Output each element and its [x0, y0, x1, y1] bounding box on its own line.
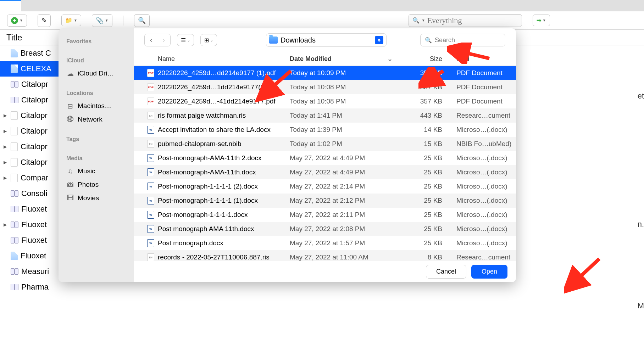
sidebar-item-photos[interactable]: 📷︎ Photos: [59, 178, 134, 191]
file-size: 443 KB: [400, 112, 453, 119]
library-item-label: Breast C: [21, 49, 51, 58]
sidebar-item-network[interactable]: 🌐︎ Network: [59, 113, 134, 126]
location-toggle-icon: [375, 36, 383, 44]
wand-button[interactable]: ✎: [38, 14, 51, 27]
library-item[interactable]: ▶Citalopr: [0, 139, 59, 155]
file-row[interactable]: ENrecords - 2022-05-27T110006.887.risMay…: [134, 250, 516, 261]
file-size: 15 KB: [400, 140, 453, 148]
annotation-arrow-1: [255, 67, 298, 103]
location-picker[interactable]: Downloads: [266, 33, 387, 47]
docx-file-icon: W: [147, 197, 154, 204]
active-tab[interactable]: [0, 0, 21, 11]
file-row[interactable]: WPost-monograph-1-1-1-1.docxMay 27, 2022…: [134, 208, 516, 222]
file-row[interactable]: WPost-monograph-AMA-11th.docxMay 27, 202…: [134, 165, 516, 179]
file-row[interactable]: PDF20220226_4259d…-41dd214e9177.pdfToday…: [134, 94, 516, 108]
library-item-label: Fluoxet: [21, 251, 46, 260]
file-kind: Researc…cument: [453, 253, 516, 261]
file-icon: [11, 142, 18, 151]
library-item[interactable]: Fluoxet: [0, 248, 59, 264]
file-row[interactable]: WPost-monograph-1-1-1-1 (2).docxMay 27, …: [134, 179, 516, 194]
library-item[interactable]: Breast C: [0, 45, 59, 61]
file-row[interactable]: ENpubmed-citalopram-set.nbibToday at 1:0…: [134, 137, 516, 151]
library-item[interactable]: CELEXA: [0, 61, 59, 77]
annotation-arrow-4: [564, 255, 606, 294]
cancel-button[interactable]: Cancel: [426, 265, 466, 279]
expand-arrow-icon: ▶: [4, 222, 8, 227]
library-item[interactable]: ▶Citalopr: [0, 155, 59, 170]
file-row[interactable]: PDF20220226_4259d…1dd214e9177(1).pdfToda…: [134, 80, 516, 94]
dialog-footer: Cancel Open: [134, 261, 516, 282]
file-list[interactable]: PDF20220226_4259d…dd214e9177 (1).pdfToda…: [134, 66, 516, 261]
library-item-label: Citalopr: [21, 142, 48, 151]
library-item[interactable]: ▶Citalopr: [0, 108, 59, 123]
library-item[interactable]: Citalopr: [0, 92, 59, 108]
arrow-right-icon: ➡: [537, 17, 541, 24]
file-row[interactable]: WAccept invitation to share the LA.docxT…: [134, 123, 516, 137]
library-item[interactable]: Citalopr: [0, 77, 59, 92]
library-item-label: Citalopr: [21, 127, 48, 136]
folder-button[interactable]: 📁 ▼: [61, 15, 81, 26]
file-name: ris format paige watchman.ris: [158, 112, 246, 119]
svg-line-5: [452, 50, 489, 58]
file-open-dialog: Favorites iCloud ☁ iCloud Dri… Locations…: [59, 28, 516, 282]
file-kind: Microso…(.docx): [453, 197, 516, 204]
file-row[interactable]: WPost-monograph-AMA-11th 2.docxMay 27, 2…: [134, 151, 516, 165]
book-icon: [11, 237, 18, 243]
library-item[interactable]: ▶Citalopr: [0, 123, 59, 139]
docx-file-icon: W: [147, 183, 154, 190]
dialog-main: ‹ › ☰ ⌄ ⊞ ⌄ Downloads 🔍 Name: [134, 28, 516, 282]
forward-button[interactable]: ➡ ▼: [533, 15, 550, 26]
pdf-file-icon: PDF: [147, 83, 154, 91]
library-item-label: Consoli: [21, 189, 47, 198]
lens-button[interactable]: 🔍: [134, 14, 150, 27]
file-icon: [11, 111, 18, 120]
search-icon: 🔍: [412, 17, 420, 24]
sidebar-item-icloud-drive[interactable]: ☁ iCloud Dri…: [59, 67, 134, 80]
attach-button[interactable]: 📎 ▼: [92, 14, 112, 27]
search-input[interactable]: [427, 16, 521, 25]
add-button[interactable]: + ▼: [7, 15, 27, 27]
column-date[interactable]: Date Modified ⌄: [290, 55, 400, 63]
file-name: pubmed-citalopram-set.nbib: [158, 140, 242, 148]
file-size: 25 KB: [400, 154, 453, 162]
docx-file-icon: W: [147, 225, 154, 233]
book-icon: [11, 268, 18, 275]
global-search[interactable]: 🔍 ▼: [409, 14, 522, 27]
docx-file-icon: W: [147, 168, 154, 176]
cutoff-text-et: et: [638, 91, 644, 101]
library-item[interactable]: ▶Compar: [0, 170, 59, 186]
library-item[interactable]: Measuri: [0, 264, 59, 279]
file-row[interactable]: ENris format paige watchman.risToday at …: [134, 108, 516, 123]
library-item-label: Fluoxet: [21, 220, 47, 229]
column-name[interactable]: Name: [134, 55, 290, 63]
sidebar-item-movies[interactable]: 🎞︎ Movies: [59, 191, 134, 205]
library-item[interactable]: Consoli: [0, 186, 59, 201]
forward-button[interactable]: ›: [157, 34, 170, 46]
file-row[interactable]: WPost monograph.docxMay 27, 2022 at 1:57…: [134, 236, 516, 250]
back-button[interactable]: ‹: [145, 34, 157, 46]
docx-file-icon: W: [147, 154, 154, 162]
list-icon: ☰: [181, 37, 186, 44]
list-view-button[interactable]: ☰ ⌄: [177, 34, 194, 46]
library-item-label: Compar: [21, 173, 48, 183]
column-size[interactable]: Size: [400, 55, 453, 63]
grid-view-button[interactable]: ⊞ ⌄: [200, 34, 217, 46]
folder-icon: [269, 37, 278, 44]
book-icon: [11, 190, 18, 197]
library-item-label: CELEXA: [21, 64, 51, 73]
library-item[interactable]: Fluoxet: [0, 232, 59, 248]
file-date: May 27, 2022 at 11:00 AM: [290, 253, 400, 261]
library-item-label: Pharma: [21, 282, 49, 292]
library-item-label: Fluoxet: [21, 204, 47, 214]
file-row[interactable]: WPost-monograph-1-1-1-1 (1).docxMay 27, …: [134, 194, 516, 208]
file-icon: [11, 174, 18, 182]
library-item[interactable]: Pharma: [0, 279, 59, 295]
library-item[interactable]: Fluoxet: [0, 201, 59, 217]
file-row[interactable]: WPost monograph AMA 11th.docxMay 27, 202…: [134, 222, 516, 236]
library-item[interactable]: ▶Fluoxet: [0, 217, 59, 232]
file-row[interactable]: PDF20220226_4259d…dd214e9177 (1).pdfToda…: [134, 66, 516, 80]
open-button[interactable]: Open: [471, 265, 507, 279]
file-kind: Microso…(.docx): [453, 126, 516, 134]
sidebar-item-music[interactable]: ♫ Music: [59, 164, 134, 178]
sidebar-item-macintosh[interactable]: ⊟ Macintos…: [59, 99, 134, 113]
